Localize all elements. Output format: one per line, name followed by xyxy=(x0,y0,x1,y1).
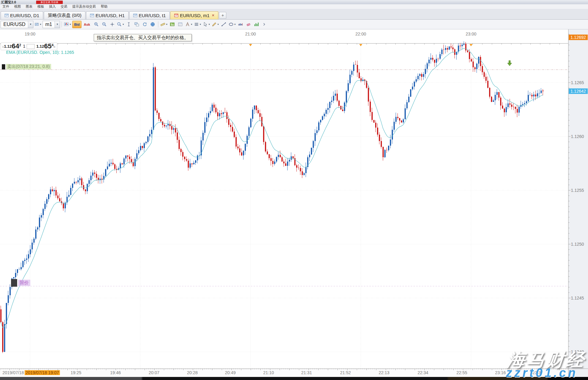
watermark-url: zzrt01.cn xyxy=(506,366,578,380)
tab-eur-usd-h1[interactable]: EUR/USD, H1 xyxy=(86,11,129,19)
toolbar: EUR/USD ▼ ▼ m1 ▼ ▼BidAsk▼▼▼▼▼▼▼abc xyxy=(0,20,588,29)
cursor-icon[interactable]: ▼ xyxy=(202,21,211,28)
time-axis-label: 22:00 xyxy=(355,32,366,36)
menu-item-文件[interactable]: 文件 xyxy=(0,4,12,9)
zoom-in-icon[interactable] xyxy=(92,21,100,28)
time-axis-label: 23:16 xyxy=(495,370,506,375)
limit-order-text: 限价 xyxy=(18,280,30,286)
order-marker-block xyxy=(11,279,17,287)
ask-price-big: 65 xyxy=(44,43,51,49)
bid-price-small: 1.12 xyxy=(4,44,12,49)
time-axis-label: 22:34 xyxy=(417,370,428,375)
limit-order-label[interactable]: 限价 xyxy=(11,279,30,287)
time-axis-label: 20:07 xyxy=(149,370,159,375)
price-axis-label: 1.1255 xyxy=(571,188,584,193)
buy-tag: B xyxy=(54,45,55,49)
time-axis-label: 19:46 xyxy=(110,370,121,375)
ask-price-small: 1.12 xyxy=(36,44,44,49)
indicators-icon[interactable] xyxy=(253,21,260,28)
title-bar: 汇图宝2.0 单击交易 市价单 xyxy=(0,0,588,4)
time-axis-label: 19:25 xyxy=(70,370,81,375)
time-axis-label: 23:00 xyxy=(466,32,476,36)
time-axis-label: 19:00 xyxy=(24,32,35,36)
volume-input[interactable] xyxy=(27,44,35,49)
symbol-value: EUR/USD xyxy=(1,22,28,27)
candlestick-chart[interactable] xyxy=(0,0,588,380)
menu-item-帮助[interactable]: 帮助 xyxy=(98,4,110,9)
timeframe-value: m1 xyxy=(43,22,55,27)
market-watch-icon[interactable]: ▼ xyxy=(34,21,42,28)
tab-label: EUR/USD, m1 xyxy=(180,13,209,18)
magnifier-icon[interactable]: ▼ xyxy=(116,21,125,28)
sell-trade-label[interactable]: 卖出(07/18 23:21, 0.8) xyxy=(2,64,51,69)
line-studies-icon[interactable]: ▼ xyxy=(194,21,202,28)
tab-eur-usd-d1[interactable]: EUR/USD, D1 xyxy=(1,11,43,19)
ellipse-icon[interactable]: ▼ xyxy=(228,21,236,28)
bid-price-big: 64 xyxy=(12,43,19,49)
session-marker-icon xyxy=(249,44,252,46)
tab--0-0-[interactable]: 策略仪表盘 (0/0) xyxy=(44,11,85,19)
chart-window-icon xyxy=(90,14,94,17)
close-icon[interactable]: ✕ xyxy=(212,13,214,17)
price-axis-label: 1.1260 xyxy=(571,134,584,139)
chart-type-icon[interactable]: ▼ xyxy=(63,21,72,28)
promo-badge[interactable]: 单击交易 市价单 xyxy=(36,1,62,4)
draw-tools-icon[interactable]: ▼ xyxy=(185,21,193,28)
trendline-icon[interactable] xyxy=(220,21,228,28)
chevron-down-icon[interactable]: ▼ xyxy=(28,21,33,28)
chart-window-icon xyxy=(133,14,137,17)
bid-button[interactable]: Bid xyxy=(72,21,81,28)
menu-item-提示及自动交易[interactable]: 提示及自动交易 xyxy=(70,4,98,9)
calendar-icon[interactable] xyxy=(177,21,184,28)
desktop-taskbar[interactable] xyxy=(0,377,588,380)
last-price-badge: 1.12642 xyxy=(569,88,588,94)
price-axis-label: 1.1265 xyxy=(571,80,584,85)
session-high-badge: 1.12692 xyxy=(569,35,588,40)
time-axis-label: 22:55 xyxy=(456,370,467,375)
globe-icon[interactable] xyxy=(149,21,156,28)
symbol-combo[interactable]: EUR/USD ▼ xyxy=(1,21,33,28)
menu-item-视图[interactable]: 视图 xyxy=(12,4,23,9)
tab-label: EUR/USD, D1 xyxy=(10,13,39,18)
session-marker-icon xyxy=(469,44,473,46)
toolbar-icons: ▼BidAsk▼▼▼▼▼▼▼abc xyxy=(63,21,268,28)
crosshair-icon[interactable] xyxy=(108,21,116,28)
zoom-out-icon[interactable] xyxy=(100,21,108,28)
ruler-icon[interactable]: ▼ xyxy=(160,21,168,28)
new-chart-tab-button[interactable]: + xyxy=(219,12,226,19)
tile-windows-icon[interactable] xyxy=(133,21,141,28)
time-axis-label: 21:00 xyxy=(245,32,256,36)
eraser-icon[interactable] xyxy=(245,21,252,28)
tab-eur-usd-t1[interactable]: EUR/USD, t1 xyxy=(129,11,170,19)
time-axis-label: 20:28 xyxy=(187,370,198,375)
time-axis-label: 22:13 xyxy=(379,370,389,375)
tab-label: EUR/USD, H1 xyxy=(96,13,125,18)
svg-text:abc: abc xyxy=(238,23,243,26)
refresh-icon[interactable] xyxy=(141,21,149,28)
time-axis-label: 21:10 xyxy=(263,370,274,375)
pencil-icon[interactable]: ▼ xyxy=(211,21,220,28)
chevron-down-icon[interactable]: ▼ xyxy=(55,21,60,28)
image-icon[interactable] xyxy=(169,21,176,28)
menu-item-图表[interactable]: 图表 xyxy=(23,4,35,9)
session-marker-icon xyxy=(359,44,362,46)
ask-button[interactable]: Ask xyxy=(82,21,92,28)
vertical-ruler-icon[interactable] xyxy=(125,21,133,28)
chart-window-icon xyxy=(5,14,9,17)
time-axis-label: 2019/07/18 19:07 xyxy=(25,370,60,375)
chart-window-icon-active xyxy=(174,14,178,17)
timeframe-combo[interactable]: m1 ▼ xyxy=(43,21,60,28)
quote-panel: S 1.12 64 2 1 1.12 65 4 B xyxy=(1,43,57,50)
text-label-icon[interactable]: abc xyxy=(237,21,244,28)
menu-item-插入[interactable]: 插入 xyxy=(47,4,58,9)
menu-item-交易[interactable]: 交易 xyxy=(58,4,70,9)
price-axis-label: 1.1245 xyxy=(571,296,584,300)
trading-app-window: 汇图宝2.0 单击交易 市价单 文件视图图表模板插入交易提示及自动交易帮助 EU… xyxy=(0,0,588,380)
app-title: 汇图宝2.0 xyxy=(1,0,16,5)
time-axis-label: 21:52 xyxy=(340,370,351,375)
toolbar-separator xyxy=(158,21,158,28)
tab-eur-usd-m1[interactable]: EUR/USD, m1✕ xyxy=(170,11,218,19)
expand-icon[interactable] xyxy=(261,21,268,28)
menu-item-模板[interactable]: 模板 xyxy=(35,4,47,9)
tab-label: EUR/USD, t1 xyxy=(139,13,166,18)
